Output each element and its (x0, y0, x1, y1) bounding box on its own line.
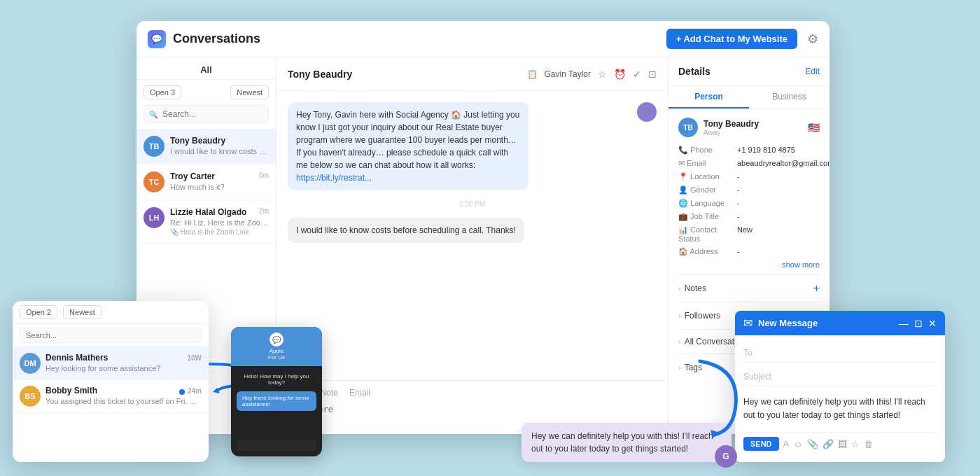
details-section-notes[interactable]: › Notes + (678, 274, 820, 302)
attachment-icon[interactable]: 📎 (807, 439, 818, 449)
gender-label: 👤 Gender (678, 186, 734, 195)
secondary-search-input[interactable] (20, 328, 202, 343)
time-separator: 1:20 PM (288, 200, 657, 208)
add-chat-button[interactable]: + Add Chat to My Website (666, 29, 797, 49)
nm-header: ✉ New Message — ⊡ ✕ (735, 311, 945, 335)
gender-value: - (737, 186, 820, 194)
link-icon[interactable]: 🔗 (822, 439, 834, 449)
sec-conv-item-bobby[interactable]: BS Bobby Smith 24m You assigned this tic… (13, 380, 209, 413)
settings-icon-button[interactable]: ⚙ (807, 31, 818, 47)
sec-preview-bobby: You assigned this ticket to yourself on … (46, 397, 202, 405)
email-label: ✉ Email (678, 159, 734, 168)
nm-expand-button[interactable]: ⊡ (914, 318, 923, 328)
tab-note[interactable]: Note (321, 388, 338, 399)
language-label: 🌐 Language (678, 199, 734, 208)
sidebar-tab-all[interactable]: All (200, 64, 212, 75)
avatar-tony: TB (144, 136, 164, 157)
filter-open-button[interactable]: Open 3 (144, 85, 181, 99)
nm-subject-input[interactable] (743, 372, 937, 382)
nm-close-button[interactable]: ✕ (928, 318, 937, 328)
conv-info-troy: Troy Carter 0m How much is it? (170, 172, 269, 191)
conv-name-troy: Troy Carter (170, 172, 215, 181)
info-row-address: 🏠 Address - (678, 247, 820, 256)
info-row-language: 🌐 Language - (678, 199, 820, 208)
section-label-followers: › Followers (678, 311, 720, 321)
details-tab-business[interactable]: Business (749, 86, 830, 108)
section-add-notes[interactable]: + (813, 282, 820, 295)
details-tab-person[interactable]: Person (668, 86, 749, 108)
sec-filter-open-button[interactable]: Open 2 (20, 305, 57, 319)
chat-preview-bubble: Hey there looking for some assistance! (237, 391, 316, 411)
message-in: I would like to know costs before schedu… (288, 218, 524, 243)
phone-value: +1 919 810 4875 (737, 146, 820, 154)
unread-indicator-bobby (179, 389, 185, 395)
sidebar-search-input[interactable] (144, 105, 269, 123)
sec-filter-newest-button[interactable]: Newest (63, 305, 102, 319)
sec-avatar-bobby: BS (20, 386, 41, 407)
chat-input-field[interactable] (288, 405, 657, 424)
chat-preview-window: 💬 AppleFor Us Hello! How may I help you … (231, 327, 322, 456)
nm-minimize-button[interactable]: — (899, 318, 909, 328)
chat-header: Tony Beaudry 📋 Gavin Taylor ☆ ⏰ ✓ ⊡ (276, 57, 668, 91)
contact-status: Away (704, 129, 802, 136)
chat-preview-body: Hello! How may I help you today? Hey the… (231, 366, 322, 418)
conv-info-tony: Tony Beaudry I would like to know costs … (170, 136, 269, 155)
image-icon[interactable]: 🖼 (838, 439, 847, 449)
location-label: 📍 Location (678, 172, 734, 181)
contact-flag: 🇺🇸 (808, 122, 820, 133)
conv-preview-tony: I would like to know costs before schedu… (170, 147, 269, 155)
star-icon[interactable]: ☆ (598, 69, 607, 80)
star-tool-icon[interactable]: ☆ (851, 439, 860, 449)
chat-preview-app-icon: 💬 (270, 332, 284, 346)
info-row-phone: 📞 Phone +1 919 810 4875 (678, 146, 820, 155)
nm-title: New Message (758, 318, 893, 328)
new-message-window: ✉ New Message — ⊡ ✕ Hey we can definitel… (735, 311, 945, 462)
sidebar-search (136, 105, 276, 129)
nm-toolbar: SEND A ☺ 📎 🔗 🖼 ☆ 🗑 (743, 432, 937, 455)
contact-info-header: TB Tony Beaudry Away 🇺🇸 (678, 118, 820, 137)
info-row-location: 📍 Location - (678, 172, 820, 181)
sec-time-bobby: 24m (188, 387, 202, 395)
address-value: - (737, 247, 820, 255)
agent-name: Gavin Taylor (545, 69, 591, 79)
show-more-button[interactable]: show more (678, 260, 820, 269)
message-bubble-out: Hey Tony, Gavin here with Social Agency … (288, 102, 528, 190)
clock-icon[interactable]: ⏰ (614, 69, 626, 80)
format-icon[interactable]: A (783, 439, 790, 449)
secondary-list: DM Dennis Mathers 10W Hey looking for so… (13, 347, 209, 462)
chat-header-right: 📋 Gavin Taylor ☆ ⏰ ✓ ⊡ (527, 69, 657, 80)
delete-icon[interactable]: 🗑 (864, 439, 873, 449)
details-edit-button[interactable]: Edit (805, 66, 820, 76)
sec-conv-name-bobby: Bobby Smith (46, 386, 97, 396)
sec-conv-info-dennis: Dennis Mathers 10W Hey looking for some … (46, 353, 202, 372)
message-out: Hey Tony, Gavin here with Social Agency … (288, 102, 657, 190)
avatar-lizzie: LH (144, 207, 164, 228)
filter-newest-button[interactable]: Newest (230, 85, 269, 99)
chat-preview-input-bar[interactable] (237, 440, 316, 451)
more-icon[interactable]: ⊡ (648, 69, 657, 80)
tab-email[interactable]: Email (349, 388, 370, 399)
nm-to-input[interactable] (743, 348, 937, 358)
nm-body-text[interactable]: Hey we can definitely help you with this… (743, 390, 937, 432)
emoji-icon[interactable]: ☺ (793, 439, 802, 449)
conv-preview-troy: How much is it? (170, 183, 269, 191)
blue-curved-arrow (686, 354, 749, 441)
sec-conv-info-bobby: Bobby Smith 24m You assigned this ticket… (46, 386, 202, 405)
avatar-troy: TC (144, 172, 164, 192)
conv-attachment-lizzie: 📎 Here is the Zoom Link (170, 228, 269, 236)
sec-conv-item-dennis[interactable]: DM Dennis Mathers 10W Hey looking for so… (13, 347, 209, 380)
conv-item-lizzie[interactable]: LH Lizzie Halal Olgado 2m Re: Hi Liz, He… (136, 200, 276, 244)
language-value: - (737, 199, 820, 207)
main-title: Conversations (173, 31, 260, 46)
contact-name: Tony Beaudry (704, 119, 802, 129)
secondary-filters: Open 2 Newest (20, 305, 102, 319)
message-link[interactable]: https://bit.ly/restrat... (296, 173, 372, 183)
nm-to-field (743, 342, 937, 363)
sec-preview-dennis: Hey looking for some assistance? (46, 364, 202, 372)
check-icon[interactable]: ✓ (633, 69, 641, 80)
status-value: New (737, 225, 820, 234)
chat-preview-header: 💬 AppleFor Us (231, 327, 322, 366)
conv-item-troy[interactable]: TC Troy Carter 0m How much is it? (136, 164, 276, 200)
conv-item-tony[interactable]: TB Tony Beaudry I would like to know cos… (136, 129, 276, 164)
chat-area: Tony Beaudry 📋 Gavin Taylor ☆ ⏰ ✓ ⊡ Hey … (276, 57, 668, 434)
